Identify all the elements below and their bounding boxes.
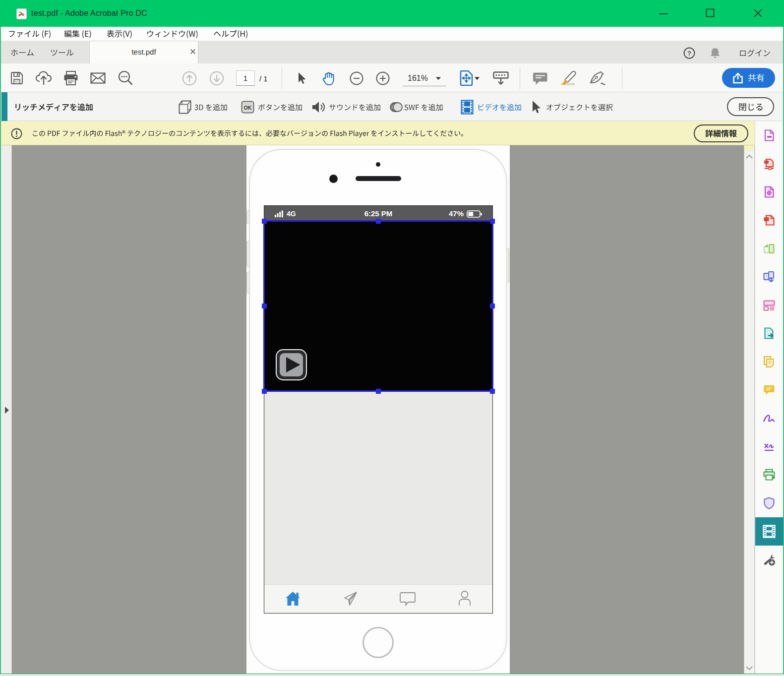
svg-text:?: ? (687, 50, 691, 57)
svg-text:OK: OK (244, 105, 252, 111)
